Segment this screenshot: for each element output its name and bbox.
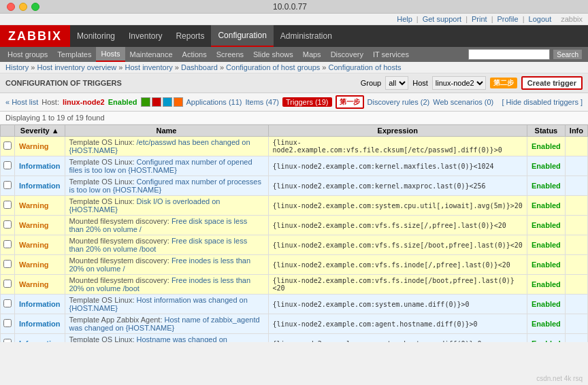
help-link[interactable]: Help — [397, 15, 412, 23]
name-cell: Template OS Linux: Configured max number… — [65, 176, 268, 196]
nav-monitoring[interactable]: Monitoring — [70, 25, 122, 47]
status-cell: Enabled — [527, 137, 566, 156]
row-checkbox[interactable] — [3, 220, 12, 229]
table-row: Information Template OS Linux: Configure… — [1, 156, 588, 176]
status-cell: Enabled — [527, 196, 566, 216]
subnav-it-services[interactable]: IT services — [368, 47, 414, 62]
status-cell: Enabled — [527, 295, 566, 314]
severity-cell: Information — [15, 314, 65, 334]
group-label: Group — [361, 79, 382, 87]
row-checkbox[interactable] — [3, 240, 12, 248]
table-row: Warning Mounted filesystem discovery: Fr… — [1, 255, 588, 275]
name-cell: Mounted filesystem discovery: Free disk … — [65, 235, 268, 255]
expression-cell: {linux-node2.example.com:kernel.maxfiles… — [268, 156, 527, 176]
nav-reports[interactable]: Reports — [169, 25, 211, 47]
applications-tab[interactable]: Applications (11) — [186, 98, 242, 106]
breadcrumb: History » Host inventory overview » Host… — [0, 62, 588, 73]
get-support-link[interactable]: Get support — [423, 15, 461, 23]
row-checkbox[interactable] — [3, 339, 12, 342]
name-cell: Template App Zabbix Agent: Host name of … — [65, 314, 268, 334]
severity-cell: Warning — [15, 216, 65, 235]
row-checkbox[interactable] — [3, 319, 12, 327]
username-label: zabbix — [561, 15, 583, 23]
col-name[interactable]: Name — [65, 125, 268, 137]
nav-inventory[interactable]: Inventory — [122, 25, 169, 47]
profile-link[interactable]: Profile — [497, 15, 519, 23]
create-trigger-button[interactable]: Create trigger — [521, 76, 583, 90]
expression-cell: {linux-node2.example.com:system.uname.di… — [268, 295, 527, 314]
row-checkbox[interactable] — [3, 201, 12, 209]
triggers-table-container: Severity ▲ Name Expression Status Info W… — [0, 124, 588, 342]
expression-cell: {linux-node2.example.com:vfs.fs.size[/,p… — [268, 216, 527, 235]
host-colon-label: Host: — [42, 98, 59, 106]
row-checkbox[interactable] — [3, 280, 12, 288]
row-checkbox[interactable] — [3, 260, 12, 268]
print-link[interactable]: Print — [472, 15, 487, 23]
search-button[interactable]: Search — [553, 49, 583, 60]
subnav-slide-shows[interactable]: Slide shows — [248, 47, 298, 62]
info-cell — [565, 314, 587, 334]
severity-cell: Warning — [15, 235, 65, 255]
row-checkbox[interactable] — [3, 141, 12, 150]
col-checkbox — [1, 125, 15, 137]
status-cell: Enabled — [527, 255, 566, 275]
name-cell: Mounted filesystem discovery: Free inode… — [65, 275, 268, 295]
col-severity[interactable]: Severity ▲ — [15, 125, 65, 137]
row-checkbox[interactable] — [3, 161, 12, 169]
host-list-link[interactable]: « Host list — [5, 98, 38, 106]
name-cell: Template OS Linux: Host information was … — [65, 295, 268, 314]
page-section-title: CONFIGURATION OF TRIGGERS — [5, 79, 122, 87]
group-select[interactable]: all — [385, 76, 408, 90]
subnav-discovery[interactable]: Discovery — [326, 47, 368, 62]
web-scenarios-tab[interactable]: Web scenarios (0) — [433, 98, 493, 106]
row-checkbox[interactable] — [3, 299, 12, 307]
table-row: Information Template OS Linux: Configure… — [1, 176, 588, 196]
table-row: Warning Mounted filesystem discovery: Fr… — [1, 216, 588, 235]
status-cell: Enabled — [527, 334, 566, 343]
subnav-screens[interactable]: Screens — [212, 47, 248, 62]
expression-cell: {linux-node2.example.com:kernel.maxproc.… — [268, 176, 527, 196]
table-row: Information Template OS Linux: Host info… — [1, 295, 588, 314]
status-cell: Enabled — [527, 216, 566, 235]
name-cell: Template OS Linux: Configured max number… — [65, 156, 268, 176]
items-tab[interactable]: Items (47) — [245, 98, 279, 106]
table-row: Warning Template OS Linux: /etc/passwd h… — [1, 137, 588, 156]
table-row: Warning Mounted filesystem discovery: Fr… — [1, 235, 588, 255]
col-info: Info — [565, 125, 587, 137]
subnav-host-groups[interactable]: Host groups — [3, 47, 52, 62]
status-cell: Enabled — [527, 235, 566, 255]
step2-badge: 第二步 — [490, 78, 517, 88]
subnav-hosts[interactable]: Hosts — [96, 47, 125, 62]
host-select[interactable]: linux-node2 — [432, 76, 486, 90]
table-row: Warning Mounted filesystem discovery: Fr… — [1, 275, 588, 295]
subnav-maps[interactable]: Maps — [298, 47, 326, 62]
status-cell: Enabled — [527, 314, 566, 334]
col-expression: Expression — [268, 125, 527, 137]
info-cell — [565, 137, 587, 156]
search-input[interactable] — [468, 49, 550, 60]
nav-configuration[interactable]: Configuration — [211, 25, 273, 47]
info-cell — [565, 235, 587, 255]
name-cell: Mounted filesystem discovery: Free disk … — [65, 216, 268, 235]
subnav-templates[interactable]: Templates — [52, 47, 96, 62]
expression-cell: {linux-node2.example.com:vfs.file.cksum[… — [268, 137, 527, 156]
expression-cell: {linux-node2.example.com:system.cpu.util… — [268, 196, 527, 216]
logout-link[interactable]: Logout — [529, 15, 552, 23]
name-cell: Mounted filesystem discovery: Free inode… — [65, 255, 268, 275]
severity-cell: Information — [15, 334, 65, 343]
status-cell: Enabled — [527, 275, 566, 295]
name-cell: Template OS Linux: /etc/passwd has been … — [65, 137, 268, 156]
nav-administration[interactable]: Administration — [274, 25, 339, 47]
severity-cell: Warning — [15, 255, 65, 275]
severity-cell: Warning — [15, 196, 65, 216]
info-cell — [565, 176, 587, 196]
severity-cell: Information — [15, 176, 65, 196]
hide-disabled-triggers-link[interactable]: [ Hide disabled triggers ] — [502, 98, 583, 106]
discovery-rules-tab[interactable]: Discovery rules (2) — [368, 98, 430, 106]
triggers-tab[interactable]: Triggers (19) — [282, 97, 332, 107]
subnav-maintenance[interactable]: Maintenance — [125, 47, 178, 62]
row-checkbox[interactable] — [3, 181, 12, 189]
subnav-actions[interactable]: Actions — [178, 47, 212, 62]
display-count: Displaying 1 to 19 of 19 found — [0, 112, 588, 124]
host-name-link[interactable]: linux-node2 — [63, 98, 105, 106]
